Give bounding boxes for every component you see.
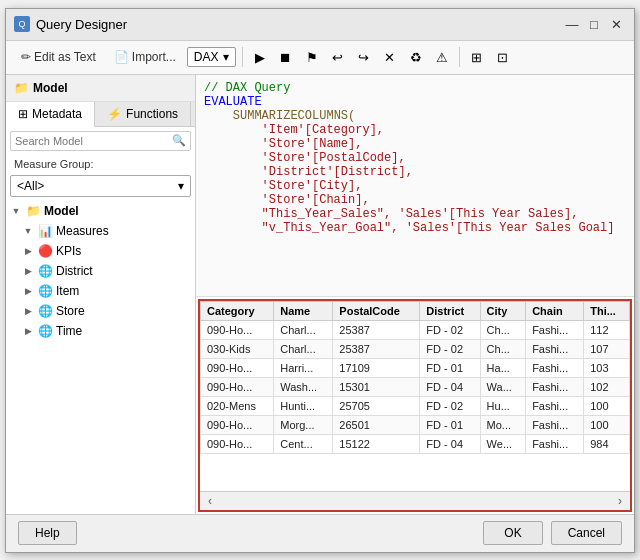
tab-metadata[interactable]: ⊞ Metadata [6, 102, 95, 127]
measure-group-dropdown[interactable]: <All> ▾ [10, 175, 191, 197]
right-panel: // DAX Query EVALUATE SUMMARIZECOLUMNS( … [196, 75, 634, 514]
title-controls: — □ ✕ [562, 14, 626, 34]
prepare-query-button[interactable]: ⚑ [301, 46, 323, 68]
cancel-query-button[interactable]: ⏹ [275, 46, 297, 68]
scroll-right-button[interactable]: › [614, 494, 626, 508]
functions-icon: ⚡ [107, 107, 122, 121]
toolbar-separator-1 [242, 47, 243, 67]
left-panel: 📁 Model ⊞ Metadata ⚡ Functions 🔍 Measure… [6, 75, 196, 514]
ok-button[interactable]: OK [483, 521, 542, 545]
results-table-wrapper[interactable]: Category Name PostalCode District City C… [200, 301, 630, 491]
run-query-button[interactable]: ▶ [249, 46, 271, 68]
col-name: Name [274, 301, 333, 320]
item-icon: 🌐 [37, 283, 53, 299]
measure-group-label: Measure Group: [6, 155, 195, 173]
table-cell: FD - 02 [420, 320, 480, 339]
table-cell: Charl... [274, 320, 333, 339]
district-icon: 🌐 [37, 263, 53, 279]
col-category: Category [201, 301, 274, 320]
tree-item-model[interactable]: ▼ 📁 Model [6, 201, 195, 221]
table-cell: FD - 02 [420, 396, 480, 415]
table-cell: FD - 01 [420, 358, 480, 377]
scroll-left-button[interactable]: ‹ [204, 494, 216, 508]
table-cell: 090-Ho... [201, 320, 274, 339]
delete-button[interactable]: ✕ [379, 46, 401, 68]
table-cell: Hu... [480, 396, 526, 415]
query-line-summarize: SUMMARIZECOLUMNS( [204, 109, 626, 123]
import-button[interactable]: 📄 Import... [107, 47, 183, 67]
tree-item-kpis[interactable]: ▶ 🔴 KPIs [6, 241, 195, 261]
query-editor[interactable]: // DAX Query EVALUATE SUMMARIZECOLUMNS( … [196, 75, 634, 297]
warning-button[interactable]: ⚠ [431, 46, 453, 68]
table-cell: 090-Ho... [201, 377, 274, 396]
table-row[interactable]: 090-Ho...Harri...17109FD - 01Ha...Fashi.… [201, 358, 630, 377]
measures-icon: 📊 [37, 223, 53, 239]
results-area: Category Name PostalCode District City C… [198, 299, 632, 512]
expand-icon: ▶ [22, 305, 34, 317]
table-cell: Wash... [274, 377, 333, 396]
col-city: City [480, 301, 526, 320]
toolbar: ✏ Edit as Text 📄 Import... DAX ▾ ▶ ⏹ ⚑ ↩… [6, 41, 634, 75]
tree-item-district[interactable]: ▶ 🌐 District [6, 261, 195, 281]
query-designer-window: Q Query Designer — □ ✕ ✏ Edit as Text 📄 … [5, 8, 635, 553]
query-line-6: 'Store'[Chain], [204, 193, 626, 207]
table-cell: FD - 04 [420, 377, 480, 396]
grid-button[interactable]: ⊞ [466, 46, 488, 68]
close-button[interactable]: ✕ [606, 14, 626, 34]
table-cell: Fashi... [526, 358, 584, 377]
table-cell: 25387 [333, 339, 420, 358]
table-cell: Mo... [480, 415, 526, 434]
tree-item-time[interactable]: ▶ 🌐 Time [6, 321, 195, 341]
table-row[interactable]: 030-KidsCharl...25387FD - 02Ch...Fashi..… [201, 339, 630, 358]
panel-tabs: ⊞ Metadata ⚡ Functions [6, 102, 195, 127]
title-bar: Q Query Designer — □ ✕ [6, 9, 634, 41]
table-cell: Cent... [274, 434, 333, 453]
col-postalcode: PostalCode [333, 301, 420, 320]
table-cell: Wa... [480, 377, 526, 396]
tree-item-item[interactable]: ▶ 🌐 Item [6, 281, 195, 301]
cancel-button[interactable]: Cancel [551, 521, 622, 545]
table-cell: Hunti... [274, 396, 333, 415]
table-cell: 090-Ho... [201, 358, 274, 377]
table-row[interactable]: 090-Ho...Charl...25387FD - 02Ch...Fashi.… [201, 320, 630, 339]
tree-item-store[interactable]: ▶ 🌐 Store [6, 301, 195, 321]
table-cell: 15122 [333, 434, 420, 453]
tab-functions[interactable]: ⚡ Functions [95, 102, 191, 126]
refresh-button[interactable]: ♻ [405, 46, 427, 68]
search-input[interactable] [11, 132, 168, 150]
table-cell: Fashi... [526, 339, 584, 358]
table-row[interactable]: 090-Ho...Morg...26501FD - 01Mo...Fashi..… [201, 415, 630, 434]
table-cell: FD - 04 [420, 434, 480, 453]
tree-item-measures[interactable]: ▼ 📊 Measures [6, 221, 195, 241]
store-icon: 🌐 [37, 303, 53, 319]
table-row[interactable]: 090-Ho...Cent...15122FD - 04We...Fashi..… [201, 434, 630, 453]
results-body: 090-Ho...Charl...25387FD - 02Ch...Fashi.… [201, 320, 630, 453]
help-button[interactable]: Help [18, 521, 77, 545]
title-bar-left: Q Query Designer [14, 16, 127, 32]
edit-icon: ✏ [21, 50, 31, 64]
table-cell: 26501 [333, 415, 420, 434]
maximize-button[interactable]: □ [584, 14, 604, 34]
dax-dropdown[interactable]: DAX ▾ [187, 47, 236, 67]
table-cell: 112 [584, 320, 630, 339]
search-box: 🔍 [10, 131, 191, 151]
minimize-button[interactable]: — [562, 14, 582, 34]
redo-button[interactable]: ↪ [353, 46, 375, 68]
status-bar: Help OK Cancel [6, 514, 634, 552]
table-cell: Morg... [274, 415, 333, 434]
window-icon: Q [14, 16, 30, 32]
edit-as-text-button[interactable]: ✏ Edit as Text [14, 47, 103, 67]
model-header: 📁 Model [6, 75, 195, 102]
table-cell: Ch... [480, 320, 526, 339]
query-line-5: 'Store'[City], [204, 179, 626, 193]
col-district: District [420, 301, 480, 320]
table-cell: Fashi... [526, 434, 584, 453]
layout-button[interactable]: ⊡ [492, 46, 514, 68]
table-row[interactable]: 020-MensHunti...25705FD - 02Hu...Fashi..… [201, 396, 630, 415]
time-icon: 🌐 [37, 323, 53, 339]
table-cell: Fashi... [526, 320, 584, 339]
undo-button[interactable]: ↩ [327, 46, 349, 68]
table-cell: 030-Kids [201, 339, 274, 358]
table-cell: 090-Ho... [201, 434, 274, 453]
table-row[interactable]: 090-Ho...Wash...15301FD - 04Wa...Fashi..… [201, 377, 630, 396]
